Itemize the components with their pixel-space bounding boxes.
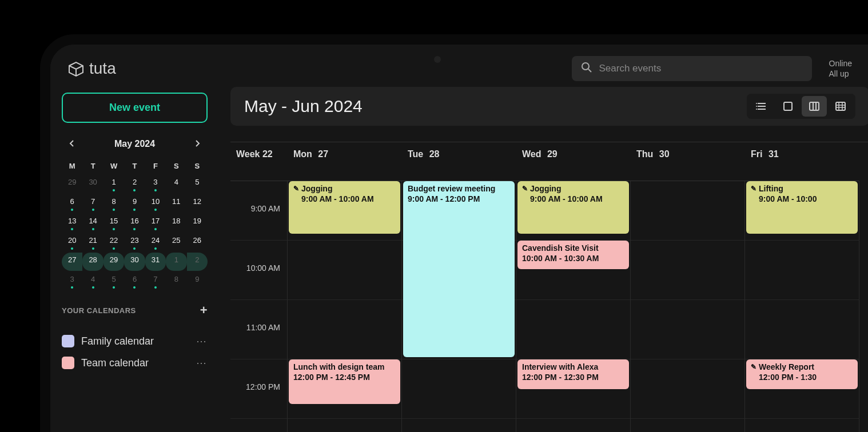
mini-cal-day[interactable]: 23	[124, 233, 145, 251]
search-box[interactable]	[572, 56, 812, 81]
mini-cal-day[interactable]: 15	[103, 214, 124, 232]
mini-cal-day[interactable]: 31	[145, 253, 166, 271]
mini-cal-day[interactable]: 8	[103, 194, 124, 213]
calendar-more-button[interactable]: ⋯	[196, 335, 208, 347]
status-line2: All up	[829, 69, 852, 79]
mini-cal-day[interactable]: 16	[124, 214, 145, 232]
calendar-event[interactable]: Budget review meeting9:00 AM - 12:00 PM	[403, 181, 515, 357]
event-title: Lifting	[759, 184, 783, 193]
mini-cal-day[interactable]: 19	[187, 214, 208, 232]
event-time: 9:00 AM - 12:00 PM	[408, 194, 510, 203]
mini-cal-day[interactable]: 26	[187, 233, 208, 251]
day-view-button[interactable]	[775, 96, 801, 117]
mini-cal-day[interactable]: 13	[62, 214, 82, 232]
day-header[interactable]: Wed 29	[516, 142, 631, 181]
mini-cal-day[interactable]: 20	[62, 233, 82, 251]
mini-cal-day[interactable]: 3	[62, 272, 82, 290]
mini-cal-day[interactable]: 22	[103, 233, 124, 251]
calendar-label: Family calendar	[81, 335, 189, 347]
mini-cal-day[interactable]: 8	[166, 272, 186, 290]
mini-cal-day[interactable]: 25	[166, 233, 186, 251]
mini-cal-day[interactable]: 10	[145, 194, 166, 213]
search-input[interactable]	[599, 63, 803, 74]
mini-cal-day[interactable]: 5	[103, 272, 124, 290]
time-column: 9:00 AM10:00 AM11:00 AM12:00 PM	[230, 181, 288, 432]
agenda-view-button[interactable]	[749, 96, 774, 117]
mini-cal-day[interactable]: 28	[82, 253, 103, 271]
calendar-event[interactable]: ✎Jogging9:00 AM - 10:00 AM	[289, 181, 400, 234]
view-switcher	[747, 94, 855, 119]
mini-cal-day[interactable]: 1	[103, 175, 124, 193]
sidebar: New event May 2024 MTWTFSS29301234567891…	[50, 87, 219, 432]
mini-cal-day[interactable]: 7	[145, 272, 166, 290]
mini-cal-dow: F	[145, 158, 166, 174]
mini-cal-day[interactable]: 2	[187, 253, 208, 271]
week-label: Week 22	[230, 142, 288, 181]
mini-cal-day[interactable]: 9	[187, 272, 208, 290]
mini-cal-day[interactable]: 12	[187, 194, 208, 213]
calendar-event[interactable]: Cavendish Site Visit10:00 AM - 10:30 AM	[517, 241, 629, 269]
day-header[interactable]: Thu 30	[631, 142, 745, 181]
mini-cal-day[interactable]: 3	[145, 175, 166, 193]
pencil-icon: ✎	[751, 185, 756, 193]
svg-rect-8	[784, 102, 792, 110]
event-time: 9:00 AM - 10:00 AM	[293, 194, 396, 203]
mini-cal-day[interactable]: 24	[145, 233, 166, 251]
mini-cal-dow: W	[103, 158, 124, 174]
pencil-icon: ✎	[751, 363, 756, 371]
calendar-event[interactable]: ✎Lifting9:00 AM - 10:00	[746, 181, 858, 234]
mini-cal-day[interactable]: 9	[124, 194, 145, 213]
mini-cal-day[interactable]: 4	[166, 175, 186, 193]
month-view-button[interactable]	[828, 96, 853, 117]
mini-cal-day[interactable]: 29	[103, 253, 124, 271]
mini-cal-day[interactable]: 30	[124, 253, 145, 271]
mini-cal-prev-button[interactable]	[64, 137, 80, 151]
mini-cal-day[interactable]: 1	[166, 253, 186, 271]
calendar-event[interactable]: ✎Jogging9:00 AM - 10:00 AM	[517, 181, 629, 234]
day-column[interactable]: ✎Lifting9:00 AM - 10:00✎Weekly Report12:…	[745, 181, 859, 432]
day-column[interactable]: Budget review meeting9:00 AM - 12:00 PM	[402, 181, 516, 432]
day-header[interactable]: Fri 31	[745, 142, 859, 181]
day-header[interactable]: Tue 28	[402, 142, 516, 181]
mini-cal-day[interactable]: 4	[82, 272, 103, 290]
mini-cal-day[interactable]: 11	[166, 194, 186, 213]
calendar-item[interactable]: Team calendar⋯	[62, 352, 208, 374]
mini-cal-grid: MTWTFSS293012345678910111213141516171819…	[62, 158, 208, 290]
add-calendar-button[interactable]: +	[200, 303, 208, 318]
event-title: Lunch with design team	[293, 362, 384, 371]
calendar-event[interactable]: Lunch with design team12:00 PM - 12:45 P…	[289, 359, 400, 404]
brand-logo[interactable]: tuta	[67, 59, 116, 78]
calendar-event[interactable]: ✎Weekly Report12:00 PM - 1:30	[746, 359, 858, 389]
mini-cal-day[interactable]: 21	[82, 233, 103, 251]
calendar-event[interactable]: Interview with Alexa12:00 PM - 12:30 PM	[517, 359, 629, 389]
topbar: tuta Online All up	[50, 45, 868, 87]
mini-cal-day[interactable]: 29	[62, 175, 82, 193]
mini-cal-dow: S	[166, 158, 186, 174]
mini-cal-day[interactable]: 6	[62, 194, 82, 213]
mini-cal-day[interactable]: 14	[82, 214, 103, 232]
calendar-item[interactable]: Family calendar⋯	[62, 330, 208, 352]
mini-cal-day[interactable]: 18	[166, 214, 186, 232]
mini-cal-day[interactable]: 6	[124, 272, 145, 290]
mini-cal-day[interactable]: 5	[187, 175, 208, 193]
mini-cal-day[interactable]: 17	[145, 214, 166, 232]
day-column[interactable]: ✎Jogging9:00 AM - 10:00 AMLunch with des…	[288, 181, 402, 432]
svg-point-7	[756, 109, 757, 110]
main-header: May - Jun 2024	[230, 87, 868, 126]
week-view-button[interactable]	[802, 96, 827, 117]
event-time: 10:00 AM - 10:30 AM	[522, 254, 624, 263]
new-event-button[interactable]: New event	[62, 93, 208, 123]
mini-cal-next-button[interactable]	[189, 137, 205, 151]
calendar-list: Family calendar⋯Team calendar⋯	[62, 330, 208, 374]
mini-cal-day[interactable]: 30	[82, 175, 103, 193]
mini-cal-day[interactable]: 27	[62, 253, 82, 271]
app-body: New event May 2024 MTWTFSS29301234567891…	[50, 87, 868, 432]
day-column[interactable]: ✎Jogging9:00 AM - 10:00 AMCavendish Site…	[516, 181, 631, 432]
day-column[interactable]	[631, 181, 745, 432]
svg-point-6	[756, 106, 757, 107]
hour-label: 11:00 AM	[246, 323, 280, 332]
calendar-more-button[interactable]: ⋯	[196, 357, 208, 369]
mini-cal-day[interactable]: 7	[82, 194, 103, 213]
day-header[interactable]: Mon 27	[288, 142, 402, 181]
mini-cal-day[interactable]: 2	[124, 175, 145, 193]
